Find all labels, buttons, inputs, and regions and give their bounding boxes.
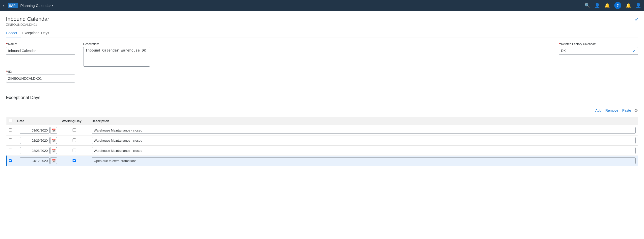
table-header-row: Date Working Day Description: [6, 117, 638, 125]
factory-input-wrap: ⤢: [559, 47, 638, 55]
add-button[interactable]: Add: [594, 108, 602, 113]
row-1-working-cell: [60, 125, 89, 136]
description-label: Description:: [83, 42, 150, 46]
form-row-2: **ID:: [6, 70, 638, 82]
row-2-checkbox[interactable]: [9, 138, 12, 142]
date-column-header: Date: [15, 117, 60, 125]
name-label: **Name:: [6, 42, 75, 46]
table-row: 📅: [6, 136, 638, 146]
row-1-select-cell: [6, 125, 15, 136]
tab-exceptional-days[interactable]: Exceptional Days: [21, 29, 53, 38]
select-all-checkbox[interactable]: [9, 119, 12, 122]
select-all-header: [6, 117, 15, 125]
row-1-date-cell: 📅: [15, 125, 60, 136]
user-icon[interactable]: 👤: [636, 3, 641, 8]
row-4-date-wrapper: 📅: [17, 157, 57, 164]
row-4-date-input[interactable]: [20, 157, 50, 164]
tabs: Header Exceptional Days: [6, 29, 638, 38]
row-2-desc-cell: [89, 136, 638, 146]
row-3-date-wrapper: 📅: [17, 147, 57, 154]
row-3-calendar-button[interactable]: 📅: [50, 147, 57, 154]
exceptional-days-title: Exceptional Days: [6, 95, 40, 102]
search-icon[interactable]: 🔍: [584, 3, 590, 8]
id-group: **ID:: [6, 70, 75, 82]
row-3-working-checkbox[interactable]: [72, 148, 76, 152]
topbar: ‹ SAP Planning Calendar ▾ 🔍 👤 🔔 ? 🔔 👤: [0, 0, 644, 11]
page-title-block: Inbound Calendar ZINBOUNDCALDK01: [6, 16, 49, 26]
row-3-date-cell: 📅: [15, 146, 60, 156]
settings-icon[interactable]: ⚙: [634, 108, 638, 113]
customer-icon[interactable]: 👤: [594, 3, 600, 8]
row-4-calendar-button[interactable]: 📅: [50, 157, 57, 164]
exceptional-days-table: Date Working Day Description 📅: [6, 117, 638, 166]
row-1-date-input[interactable]: [20, 127, 50, 134]
id-input[interactable]: [6, 74, 75, 82]
paste-button[interactable]: Paste: [621, 108, 632, 113]
factory-label: **Related Factory Calendar:: [559, 42, 638, 46]
table-row: 📅: [6, 146, 638, 156]
row-4-checkbox[interactable]: [9, 159, 12, 162]
working-day-column-header: Working Day: [60, 117, 89, 125]
row-2-date-input[interactable]: [20, 137, 50, 144]
row-2-working-checkbox[interactable]: [72, 138, 76, 142]
table-header: Date Working Day Description: [6, 117, 638, 125]
row-2-date-wrapper: 📅: [17, 137, 57, 144]
table-toolbar: Add Remove Paste ⚙: [6, 106, 638, 115]
table-row: 📅: [6, 125, 638, 136]
svg-text:SAP: SAP: [9, 4, 16, 8]
row-3-desc-cell: [89, 146, 638, 156]
page-header: Inbound Calendar ZINBOUNDCALDK01 ⤢: [6, 16, 638, 26]
row-2-desc-input[interactable]: [92, 137, 636, 144]
description-input[interactable]: Inbound Calendar Warehouse DK: [83, 47, 150, 66]
table-row-selected: 📅: [6, 156, 638, 166]
row-3-desc-input[interactable]: [92, 147, 636, 154]
alerts-icon[interactable]: 🔔: [604, 3, 610, 8]
id-label: **ID:: [6, 70, 75, 74]
tab-header[interactable]: Header: [6, 29, 21, 38]
page-title: Inbound Calendar: [6, 16, 49, 22]
sap-logo: SAP: [8, 2, 18, 9]
table-body: 📅: [6, 125, 638, 166]
description-column-header: Description: [89, 117, 638, 125]
row-4-working-cell: [60, 156, 89, 166]
row-4-date-cell: 📅: [15, 156, 60, 166]
row-1-calendar-button[interactable]: 📅: [50, 127, 57, 134]
row-3-checkbox[interactable]: [9, 148, 12, 152]
row-2-calendar-button[interactable]: 📅: [50, 137, 57, 144]
factory-input[interactable]: [559, 47, 630, 55]
name-group: **Name:: [6, 42, 75, 66]
topbar-left: ‹ SAP Planning Calendar ▾: [3, 2, 53, 9]
row-2-working-cell: [60, 136, 89, 146]
topbar-right: 🔍 👤 🔔 ? 🔔 👤: [584, 2, 641, 9]
app-title: Planning Calendar ▾: [20, 4, 53, 8]
row-3-date-input[interactable]: [20, 147, 50, 154]
row-2-date-cell: 📅: [15, 136, 60, 146]
exceptional-section: Exceptional Days Add Remove Paste ⚙ Date…: [6, 90, 638, 166]
row-4-desc-cell: [89, 156, 638, 166]
remove-button[interactable]: Remove: [604, 108, 619, 113]
row-3-working-cell: [60, 146, 89, 156]
notifications-icon[interactable]: 🔔: [626, 3, 631, 8]
form-section: **Name: Description: Inbound Calendar Wa…: [6, 38, 638, 90]
description-group: Description: Inbound Calendar Warehouse …: [83, 42, 150, 66]
row-3-select-cell: [6, 146, 15, 156]
row-1-date-wrapper: 📅: [17, 127, 57, 134]
row-2-select-cell: [6, 136, 15, 146]
row-1-desc-input[interactable]: [92, 127, 636, 134]
factory-group: **Related Factory Calendar: ⤢: [559, 42, 638, 66]
row-4-working-checkbox[interactable]: [72, 159, 76, 162]
row-1-desc-cell: [89, 125, 638, 136]
open-in-new-icon[interactable]: ⤢: [635, 17, 638, 22]
row-4-select-cell: [6, 156, 15, 166]
page-subtitle: ZINBOUNDCALDK01: [6, 23, 49, 26]
form-row-1: **Name: Description: Inbound Calendar Wa…: [6, 42, 638, 66]
row-4-desc-input[interactable]: [92, 157, 636, 164]
title-chevron[interactable]: ▾: [52, 4, 53, 7]
row-1-working-checkbox[interactable]: [72, 128, 76, 132]
row-1-checkbox[interactable]: [9, 128, 12, 132]
page-content: Inbound Calendar ZINBOUNDCALDK01 ⤢ Heade…: [0, 11, 644, 239]
factory-link-button[interactable]: ⤢: [630, 47, 638, 55]
back-button[interactable]: ‹: [3, 3, 4, 8]
help-icon[interactable]: ?: [614, 2, 621, 9]
name-input[interactable]: [6, 47, 75, 55]
